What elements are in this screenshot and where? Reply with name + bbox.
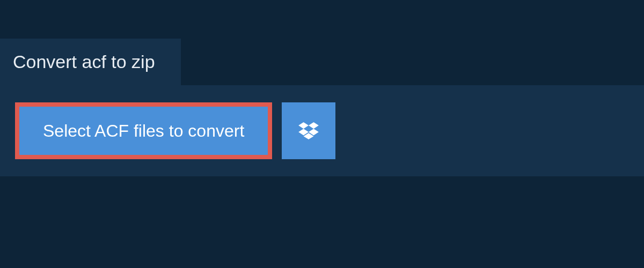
- conversion-panel: Select ACF files to convert: [0, 85, 644, 176]
- button-row: Select ACF files to convert: [15, 102, 629, 159]
- dropbox-button[interactable]: [282, 102, 335, 159]
- select-files-button[interactable]: Select ACF files to convert: [15, 102, 272, 159]
- tab-header: Convert acf to zip: [0, 39, 181, 85]
- dropbox-icon: [298, 122, 319, 139]
- page-title: Convert acf to zip: [13, 51, 155, 72]
- select-files-label: Select ACF files to convert: [43, 121, 244, 141]
